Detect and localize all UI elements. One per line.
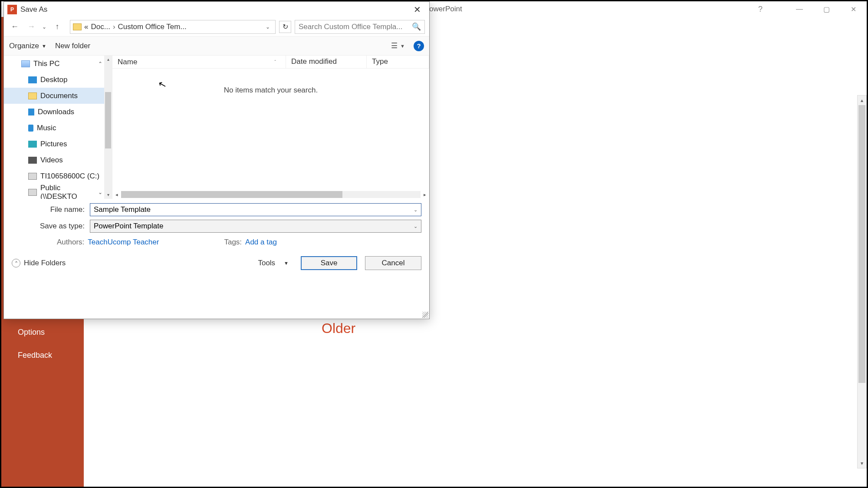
dialog-titlebar: P Save As ✕ [4, 2, 429, 17]
powerpoint-icon: P [7, 5, 17, 14]
tree-item-pictures[interactable]: Pictures [4, 136, 112, 152]
nav-forward-button[interactable]: → [25, 20, 38, 33]
authors-value[interactable]: TeachUcomp Teacher [88, 238, 159, 246]
maximize-button[interactable]: ▢ [813, 1, 840, 17]
view-icon: ☰ [391, 41, 398, 50]
tags-label: Tags: [224, 238, 242, 246]
minimize-button[interactable]: — [786, 1, 813, 17]
tree-item-this-pc[interactable]: This PC⌃ [4, 56, 112, 72]
save-as-dialog: P Save As ✕ ← → ⌄ ↑ « Doc... › Custom Of… [3, 1, 430, 319]
save-type-select[interactable]: PowerPoint Template ⌄ [90, 220, 421, 233]
music-icon [28, 125, 33, 132]
scroll-down-icon[interactable]: ▾ [104, 191, 112, 199]
column-header-date[interactable]: Date modified [286, 56, 367, 68]
tree-item-videos[interactable]: Videos [4, 152, 112, 168]
tags-add-link[interactable]: Add a tag [245, 238, 277, 246]
scroll-down-icon[interactable]: ▾ [858, 458, 866, 468]
view-options-button[interactable]: ☰ ▼ [391, 41, 405, 50]
scroll-right-icon[interactable]: ▸ [421, 192, 429, 198]
vertical-scrollbar[interactable]: ▴ ▾ [857, 95, 867, 468]
search-input[interactable]: Search Custom Office Templa... 🔍 [295, 20, 425, 34]
organize-menu[interactable]: Organize ▼ [9, 42, 46, 50]
chevron-down-icon: ▼ [284, 260, 289, 266]
download-icon [28, 109, 34, 115]
file-list: Nameˆ Date modified Type No items match … [112, 56, 429, 199]
help-button[interactable]: ? [414, 41, 424, 51]
drive-icon [28, 189, 37, 196]
scroll-thumb[interactable] [121, 191, 342, 198]
tree-item-downloads[interactable]: Downloads [4, 104, 112, 120]
nav-up-button[interactable]: ↑ [51, 20, 64, 33]
pc-icon [21, 60, 30, 67]
tree-item-desktop[interactable]: Desktop [4, 72, 112, 88]
search-placeholder: Search Custom Office Templa... [299, 23, 402, 31]
breadcrumb-segment[interactable]: Custom Office Tem... [118, 23, 187, 31]
sidebar-item-feedback[interactable]: Feedback [1, 344, 84, 367]
column-header-type[interactable]: Type [367, 56, 429, 68]
nav-back-button[interactable]: ← [8, 20, 21, 33]
resize-grip[interactable] [422, 312, 428, 318]
authors-label: Authors: [57, 238, 84, 246]
nav-history-dropdown[interactable]: ⌄ [41, 24, 47, 30]
refresh-button[interactable]: ↻ [279, 21, 291, 33]
expand-icon[interactable]: ⌄ [98, 189, 102, 195]
address-dropdown-icon[interactable]: ⌄ [263, 24, 273, 30]
sidebar-item-options[interactable]: Options [1, 321, 84, 344]
horizontal-scrollbar[interactable]: ◂ ▸ [112, 190, 429, 199]
filename-label: File name: [12, 205, 90, 214]
dialog-title: Save As [20, 5, 47, 14]
chevron-right-icon: › [113, 23, 115, 31]
help-icon[interactable]: ? [758, 5, 763, 14]
scroll-up-icon[interactable]: ▴ [858, 96, 866, 105]
dialog-close-button[interactable]: ✕ [408, 3, 426, 16]
tree-scrollbar[interactable]: ▴ ▾ [104, 56, 112, 199]
sort-asc-icon: ˆ [274, 59, 276, 65]
save-type-label: Save as type: [12, 222, 90, 231]
folder-icon [28, 92, 37, 99]
close-button[interactable]: ✕ [840, 1, 867, 17]
desktop-icon [28, 76, 37, 83]
older-heading: Older [322, 320, 867, 336]
cancel-button[interactable]: Cancel [365, 256, 421, 270]
tree-item-drive-c[interactable]: TI10658600C (C:) [4, 168, 112, 184]
chevron-down-icon: ▼ [400, 43, 405, 49]
tree-item-music[interactable]: Music [4, 120, 112, 136]
address-bar[interactable]: « Doc... › Custom Office Tem... ⌄ [70, 20, 276, 34]
save-button[interactable]: Save [301, 256, 357, 270]
chevron-down-icon: ▼ [42, 43, 46, 49]
search-icon: 🔍 [412, 22, 421, 31]
videos-icon [28, 157, 37, 164]
collapse-icon[interactable]: ⌃ [98, 61, 102, 67]
tools-menu[interactable]: Tools ▼ [258, 259, 289, 267]
hide-folders-toggle[interactable]: ⌃ Hide Folders [12, 259, 66, 267]
dialog-nav-bar: ← → ⌄ ↑ « Doc... › Custom Office Tem... … [4, 17, 429, 36]
dialog-toolbar: Organize ▼ New folder ☰ ▼ ? [4, 36, 429, 56]
tree-item-network-drive[interactable]: Public (\\DESKTO⌄ [4, 184, 112, 199]
filename-input[interactable]: Sample Template ⌄ [90, 203, 421, 216]
column-header-name[interactable]: Nameˆ [112, 56, 286, 68]
chevron-up-icon: ⌃ [12, 259, 20, 267]
drive-icon [28, 173, 37, 180]
breadcrumb-segment[interactable]: Doc... [91, 23, 110, 31]
folder-icon [73, 23, 82, 30]
scroll-thumb[interactable] [858, 105, 865, 383]
scroll-left-icon[interactable]: ◂ [112, 192, 121, 198]
folder-tree: This PC⌃ Desktop Documents Downloads Mus… [4, 56, 112, 199]
breadcrumb-prefix: « [84, 23, 88, 31]
scroll-thumb[interactable] [105, 92, 111, 148]
dropdown-icon[interactable]: ⌄ [414, 207, 418, 213]
pictures-icon [28, 141, 37, 148]
scroll-up-icon[interactable]: ▴ [104, 56, 112, 63]
new-folder-button[interactable]: New folder [55, 42, 90, 50]
dropdown-icon[interactable]: ⌄ [414, 224, 418, 229]
tree-item-documents[interactable]: Documents [4, 88, 112, 104]
